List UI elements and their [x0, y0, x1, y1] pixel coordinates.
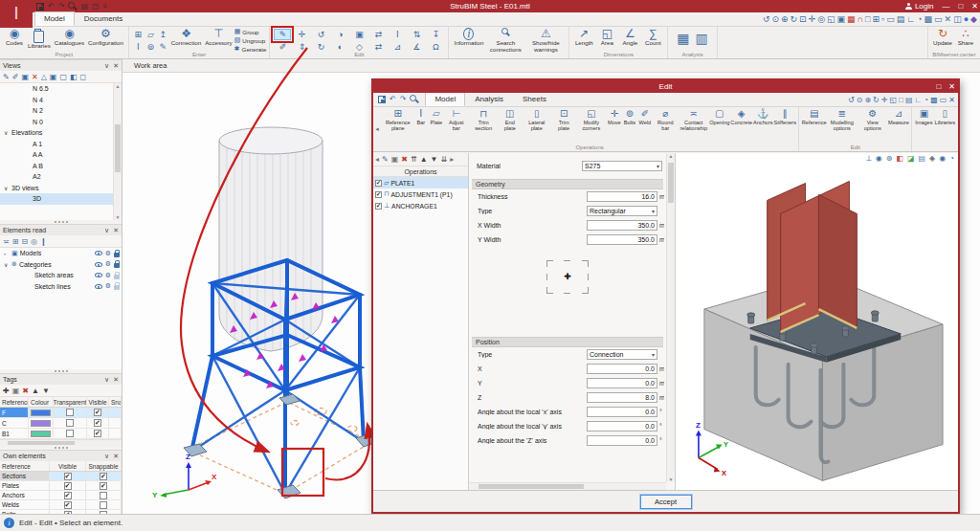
viewer-toolbar-icon[interactable]: ◉ — [876, 154, 882, 164]
connection-3d-view[interactable]: ⟂◉⊛◧◪▤◈◉◔ — [676, 153, 958, 490]
snappable-checkbox[interactable] — [100, 473, 107, 480]
gear-icon[interactable]: ⚙ — [105, 272, 111, 279]
views-toolbar-icon[interactable]: ◧ — [70, 73, 78, 81]
ribbon-button[interactable]: ◉ Catalogues — [53, 28, 86, 50]
property-field[interactable]: 350.0 ▾ — [587, 220, 657, 231]
dialog-view-toolbar-icon[interactable]: ▩ — [930, 94, 938, 106]
dialog-ribbon-button[interactable]: ✐ Weld — [637, 108, 653, 131]
chevron-down-icon[interactable]: ∨ — [104, 376, 109, 384]
dialog-ribbon-button[interactable]: ≍ Contact relationship — [679, 108, 709, 131]
minimize-button[interactable]: — — [942, 2, 949, 11]
operations-toolbar-icon[interactable]: ⇊ — [441, 155, 448, 164]
lock-icon[interactable] — [114, 285, 120, 290]
ribbon-button[interactable]: ↗ Length — [572, 28, 595, 47]
dialog-qat-icon[interactable]: ↶ — [390, 95, 396, 103]
expand-arrow[interactable]: ∨ — [4, 261, 11, 268]
ribbon-tab[interactable]: Documents — [75, 11, 132, 26]
views-toolbar-icon[interactable]: ▣ — [21, 73, 29, 81]
edit-tool[interactable]: Ⅰ — [389, 29, 406, 40]
tag-colour-cell[interactable] — [29, 429, 54, 438]
dialog-ribbon-button[interactable]: ⊿ Measure — [888, 108, 910, 131]
view-toolbar-icon[interactable]: ▭ — [886, 13, 895, 26]
view-tree-item[interactable]: ∨ 3D views — [0, 183, 113, 194]
snappable-checkbox[interactable] — [100, 492, 107, 499]
tags-toolbar-icon[interactable]: ✚ — [3, 387, 10, 395]
work-area-tab[interactable]: Work area — [122, 59, 980, 73]
dialog-ribbon-button[interactable]: ▣ Images — [914, 108, 933, 125]
view-toolbar-icon[interactable]: ✕ — [945, 13, 952, 26]
viewer-toolbar-icon[interactable]: ◈ — [929, 154, 935, 164]
viewer-toolbar-icon[interactable]: ◪ — [907, 154, 915, 164]
property-field[interactable]: 8.0 ▾ — [587, 392, 657, 403]
dialog-ribbon-button[interactable]: ◱ Modify corners — [576, 108, 607, 131]
close-button[interactable]: ✕ — [971, 2, 978, 11]
edit-tool[interactable]: ⇅ — [408, 29, 425, 40]
ribbon-button[interactable]: ◉ Codes — [3, 28, 26, 50]
operations-toolbar-icon[interactable]: ◂ — [375, 155, 379, 164]
operations-toolbar-icon[interactable]: ✖ — [401, 155, 408, 164]
dialog-ribbon-button[interactable]: ⚓ Anchors — [753, 108, 774, 131]
dialog-ribbon-button[interactable]: ◈ Concrete — [730, 108, 753, 131]
qat-icon[interactable]: ↶ — [48, 2, 55, 11]
ribbon-button[interactable]: ❖ Connection — [169, 28, 203, 47]
operation-checkbox[interactable] — [375, 191, 382, 198]
dialog-ribbon-button[interactable]: ▱ Plate — [429, 108, 444, 131]
tag-row[interactable]: C — [0, 418, 122, 429]
element-tree-item[interactable]: ∨ ⊛ Categories ⚙ — [0, 259, 122, 271]
view-toolbar-icon[interactable]: ↺ — [763, 13, 770, 26]
own-element-row[interactable]: Sections — [0, 472, 122, 481]
own-element-row[interactable]: Welds — [0, 500, 122, 510]
view-tree-item[interactable]: N 4 — [0, 95, 113, 106]
dialog-view-toolbar-icon[interactable]: ◔ — [924, 94, 928, 106]
property-field[interactable]: 0.0 ▾ — [587, 378, 657, 388]
chevron-down-icon[interactable]: ∨ — [104, 227, 109, 234]
gear-icon[interactable]: ⚙ — [105, 250, 111, 257]
property-field[interactable]: 350.0 ▾ — [587, 234, 657, 245]
dialog-view-toolbar-icon[interactable]: ✛ — [881, 94, 888, 106]
close-icon[interactable]: ✕ — [113, 453, 119, 460]
view-toolbar-icon[interactable]: ⊡ — [799, 13, 807, 26]
viewer-toolbar-icon[interactable]: ◧ — [896, 154, 903, 164]
tag-colour-cell[interactable] — [29, 418, 54, 428]
dialog-ribbon-button[interactable]: ⊓ Trim section — [469, 108, 499, 131]
property-field[interactable]: 16.0 ▾ — [587, 191, 657, 202]
dialog-ribbon-button[interactable]: Ⅰ Bar — [413, 108, 429, 131]
ribbon-button[interactable]: ∴ Share — [954, 28, 977, 47]
dialog-ribbon-button[interactable]: ▤ Reference — [801, 108, 826, 131]
eye-icon[interactable] — [95, 251, 102, 255]
viewer-toolbar-icon[interactable]: ◉ — [939, 154, 946, 164]
edit-tool[interactable]: ✐ — [274, 41, 291, 53]
own-element-row[interactable]: Plates — [0, 481, 122, 491]
qat-icon[interactable] — [36, 3, 44, 11]
view-toolbar-icon[interactable]: ▣ — [837, 13, 846, 26]
dialog-view-toolbar-icon[interactable]: ↺ — [848, 94, 855, 106]
viewer-toolbar-icon[interactable]: ⟂ — [866, 154, 871, 164]
stack-button[interactable]: ▧ Ungroup — [234, 36, 267, 44]
visible-checkbox[interactable] — [64, 482, 72, 490]
property-field[interactable]: 0.0 ▾ — [587, 364, 657, 374]
edit-tool[interactable]: ⊿ — [389, 41, 406, 53]
edit-tool[interactable]: ↻ — [312, 41, 329, 53]
dialog-ribbon-button[interactable]: ⊚ Bolts — [622, 108, 637, 131]
edit-tool[interactable]: ⇄ — [369, 41, 387, 53]
operations-toolbar-icon[interactable]: ▣ — [391, 155, 399, 164]
anchor-center-icon[interactable]: ✚ — [564, 272, 571, 281]
tag-row[interactable]: F — [0, 408, 122, 418]
dialog-maximize-button[interactable]: □ — [936, 80, 941, 93]
close-icon[interactable]: ✕ — [113, 62, 119, 70]
view-tree-item[interactable]: ∨ Elevations — [0, 127, 113, 139]
views-toolbar-icon[interactable]: ▢ — [59, 73, 67, 81]
views-toolbar-icon[interactable]: △ — [41, 73, 47, 81]
view-toolbar-icon[interactable]: ✛ — [809, 13, 816, 26]
ribbon-button[interactable]: Libraries — [26, 28, 53, 50]
dialog-view-toolbar-icon[interactable]: ∟ — [914, 94, 922, 106]
elements-toolbar-icon[interactable]: ≍ — [3, 237, 10, 246]
dialog-view-toolbar-icon[interactable]: ↻ — [873, 94, 880, 106]
view-toolbar-icon[interactable]: ◔ — [917, 13, 922, 26]
qat-icon[interactable]: ◳ — [92, 2, 100, 11]
snappable-checkbox[interactable] — [100, 501, 107, 509]
element-tree-item[interactable]: Sketch lines ⚙ — [0, 281, 122, 293]
dialog-qat-icon[interactable] — [410, 95, 418, 103]
ribbon-button[interactable]: ∑ Count — [641, 28, 664, 47]
dialog-view-toolbar-icon[interactable]: ⊙ — [857, 94, 863, 106]
